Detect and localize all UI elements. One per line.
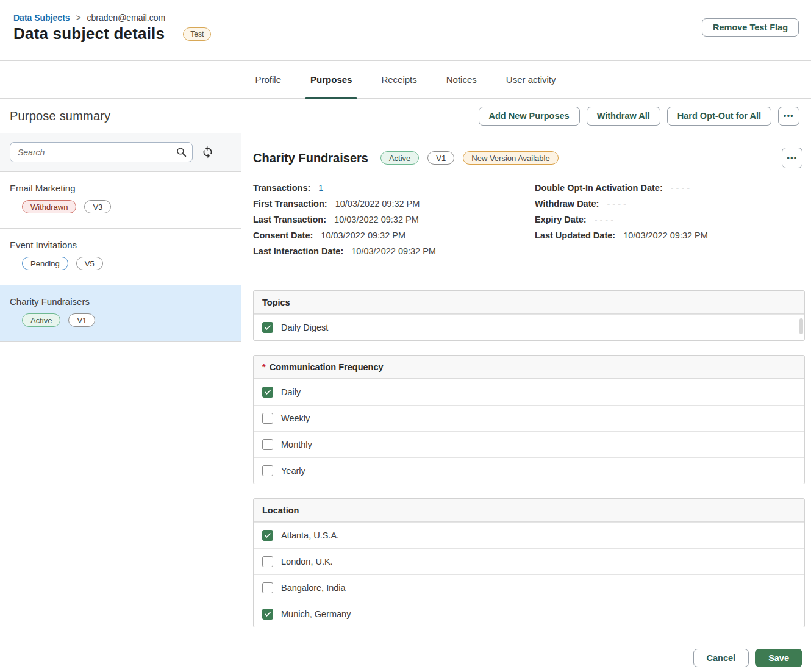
communication-frequency-header: * Communication Frequency: [254, 356, 804, 379]
field-last-interaction-date: Last Interaction Date: 10/03/2022 09:32 …: [253, 246, 535, 257]
purpose-summary-heading: Purpose summary: [10, 109, 110, 123]
more-actions-button[interactable]: •••: [778, 107, 799, 126]
checkbox[interactable]: [262, 387, 273, 398]
checkbox-row-london[interactable]: London, U.K.: [254, 548, 804, 574]
hard-opt-out-for-all-button[interactable]: Hard Opt-Out for All: [667, 107, 771, 126]
page-title: Data subject details: [13, 24, 165, 43]
topics-section-header: Topics: [254, 291, 804, 314]
purpose-list-item-event-invitations[interactable]: Event Invitations Pending V5: [0, 229, 241, 285]
checkbox-row-weekly[interactable]: Weekly: [254, 405, 804, 431]
checkbox[interactable]: [262, 322, 273, 333]
checkbox-row-daily[interactable]: Daily: [254, 379, 804, 405]
sidebar-search-area: [0, 133, 241, 172]
status-badge: Pending: [22, 257, 68, 270]
topics-section: Topics Daily Digest: [253, 290, 805, 341]
field-first-transaction: First Transaction: 10/03/2022 09:32 PM: [253, 199, 535, 209]
check-icon: [264, 610, 271, 618]
breadcrumb-current: cbraden@email.com: [87, 13, 166, 23]
purpose-badges: Pending V5: [22, 257, 231, 270]
active-status-badge: Active: [380, 151, 419, 165]
save-button[interactable]: Save: [755, 649, 802, 667]
field-transactions: Transactions: 1: [253, 183, 535, 193]
breadcrumb-separator: >: [76, 13, 80, 23]
purpose-more-actions-button[interactable]: •••: [782, 148, 802, 168]
tab-user-activity[interactable]: User activity: [496, 61, 566, 98]
transactions-count-link[interactable]: 1: [318, 183, 323, 193]
checkbox[interactable]: [262, 439, 273, 450]
purpose-badges: Active V1: [22, 313, 231, 327]
tab-profile[interactable]: Profile: [245, 61, 292, 98]
checkbox-row-bangalore[interactable]: Bangalore, India: [254, 574, 804, 601]
checkbox[interactable]: [262, 530, 273, 541]
tab-notices[interactable]: Notices: [436, 61, 487, 98]
purpose-detail-panel: Charity Fundraisers Active V1 New Versio…: [241, 133, 811, 672]
check-icon: [264, 388, 271, 396]
breadcrumb-link-data-subjects[interactable]: Data Subjects: [13, 13, 70, 23]
cancel-button[interactable]: Cancel: [693, 649, 749, 667]
field-consent-date: Consent Date: 10/03/2022 09:32 PM: [253, 231, 535, 241]
location-section: Location Atlanta, U.S.A. London, U.K.: [253, 498, 805, 627]
purpose-badges: Withdrawn V3: [22, 200, 231, 213]
check-icon: [264, 532, 271, 539]
purpose-list-item-charity-fundraisers[interactable]: Charity Fundraisers Active V1: [0, 285, 241, 342]
new-version-available-badge: New Version Available: [463, 151, 558, 165]
version-badge: V1: [68, 313, 95, 327]
purpose-list-sidebar: Email Marketing Withdrawn V3 Event Invit…: [0, 133, 241, 672]
purpose-detail-header: Charity Fundraisers Active V1 New Versio…: [241, 133, 811, 282]
purpose-detail-fields: Transactions: 1 First Transaction: 10/03…: [253, 183, 805, 257]
version-badge: V5: [76, 257, 103, 270]
preference-sections: Topics Daily Digest * Communication Fr: [241, 282, 811, 627]
purpose-detail-title-row: Charity Fundraisers Active V1 New Versio…: [253, 148, 805, 168]
purpose-list-item-email-marketing[interactable]: Email Marketing Withdrawn V3: [0, 172, 241, 229]
communication-frequency-section: * Communication Frequency Daily Weekly: [253, 355, 805, 484]
location-section-header: Location: [254, 499, 804, 522]
content-area: Email Marketing Withdrawn V3 Event Invit…: [0, 133, 811, 672]
search-icon[interactable]: [176, 146, 187, 158]
checkbox-row-atlanta[interactable]: Atlanta, U.S.A.: [254, 522, 804, 548]
field-last-transaction: Last Transaction: 10/03/2022 09:32 PM: [253, 215, 535, 225]
page-header: Data Subjects > cbraden@email.com Data s…: [0, 0, 811, 61]
fields-right-column: Double Opt-In Activation Date: - - - - W…: [535, 183, 708, 257]
status-badge: Withdrawn: [22, 200, 76, 213]
data-subject-details-page: Data Subjects > cbraden@email.com Data s…: [0, 0, 811, 672]
version-badge: V3: [84, 200, 111, 213]
purpose-summary-bar: Purpose summary Add New Purposes Withdra…: [0, 99, 811, 133]
field-last-updated-date: Last Updated Date: 10/03/2022 09:32 PM: [535, 231, 708, 241]
tab-bar: Profile Purposes Receipts Notices User a…: [0, 61, 811, 99]
version-badge: V1: [427, 151, 454, 165]
withdraw-all-button[interactable]: Withdraw All: [587, 107, 660, 126]
refresh-icon[interactable]: [201, 146, 215, 159]
remove-test-flag-button[interactable]: Remove Test Flag: [702, 18, 799, 37]
search-box: [10, 142, 193, 162]
field-double-opt-in-activation-date: Double Opt-In Activation Date: - - - -: [535, 183, 708, 193]
form-footer: Cancel Save: [241, 627, 811, 667]
checkbox[interactable]: [262, 413, 273, 424]
check-icon: [264, 324, 271, 331]
checkbox-row-yearly[interactable]: Yearly: [254, 457, 804, 484]
purpose-name: Email Marketing: [10, 183, 231, 193]
search-input[interactable]: [10, 142, 193, 162]
purpose-detail-title: Charity Fundraisers: [253, 151, 368, 165]
title-row: Data subject details Test: [13, 24, 211, 43]
checkbox-row-munich[interactable]: Munich, Germany: [254, 601, 804, 627]
checkbox[interactable]: [262, 609, 273, 620]
test-badge: Test: [183, 27, 211, 41]
checkbox[interactable]: [262, 582, 273, 593]
checkbox[interactable]: [262, 465, 273, 476]
checkbox-row-daily-digest[interactable]: Daily Digest: [254, 314, 804, 340]
purpose-name: Charity Fundraisers: [10, 296, 231, 307]
add-new-purposes-button[interactable]: Add New Purposes: [479, 107, 580, 126]
breadcrumb: Data Subjects > cbraden@email.com: [13, 13, 165, 23]
checkbox[interactable]: [262, 556, 273, 567]
field-withdraw-date: Withdraw Date: - - - -: [535, 199, 708, 209]
field-expiry-date: Expiry Date: - - - -: [535, 215, 708, 225]
purpose-name: Event Invitations: [10, 240, 231, 250]
checkbox-row-monthly[interactable]: Monthly: [254, 431, 804, 457]
fields-left-column: Transactions: 1 First Transaction: 10/03…: [253, 183, 535, 257]
purpose-summary-actions: Add New Purposes Withdraw All Hard Opt-O…: [479, 107, 801, 126]
scrollbar-thumb[interactable]: [799, 318, 803, 334]
tab-purposes[interactable]: Purposes: [300, 61, 362, 98]
tab-receipts[interactable]: Receipts: [371, 61, 427, 98]
status-badge: Active: [22, 313, 60, 327]
required-asterisk: *: [262, 362, 266, 372]
